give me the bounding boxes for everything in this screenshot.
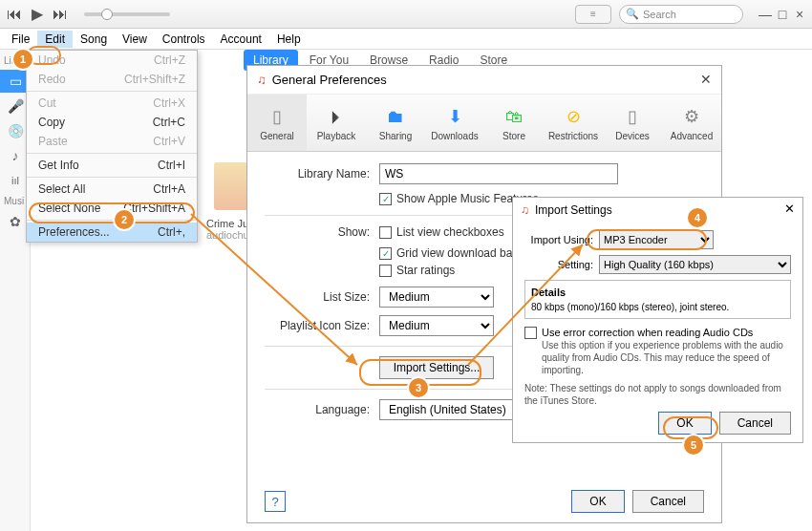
- details-box: Details 80 kbps (mono)/160 kbps (stereo)…: [524, 280, 791, 319]
- tab-playback[interactable]: ⏵Playback: [307, 95, 366, 151]
- menu-preferences[interactable]: Preferences...Ctrl+,: [27, 223, 197, 242]
- annotation-badge-5: 5: [684, 435, 703, 455]
- setting-label: Setting:: [524, 259, 593, 270]
- import-cancel-button[interactable]: Cancel: [719, 412, 791, 435]
- tab-store-pref[interactable]: 🛍Store: [484, 95, 544, 151]
- restrictions-icon: ⊘: [561, 104, 586, 129]
- close-button[interactable]: ×: [793, 7, 806, 22]
- music-app-icon: ♫: [257, 73, 267, 87]
- folder-share-icon: 🖿: [383, 104, 408, 129]
- prefs-title: General Preferences: [272, 73, 387, 87]
- menu-controls[interactable]: Controls: [155, 31, 213, 48]
- menu-file[interactable]: File: [4, 31, 37, 48]
- listview-label: List view checkboxes: [396, 225, 504, 239]
- prefs-ok-button[interactable]: OK: [571, 490, 624, 513]
- listview-checkbox[interactable]: [379, 226, 392, 239]
- menubar: File Edit Song View Controls Account Hel…: [0, 29, 812, 50]
- library-name-input[interactable]: [379, 163, 618, 184]
- playlist-icon-select[interactable]: Medium: [379, 315, 494, 336]
- download-icon: ⬇: [442, 104, 467, 129]
- prefs-tabs: ▯General ⏵Playback 🖿Sharing ⬇Downloads 🛍…: [247, 95, 721, 152]
- gridview-checkbox[interactable]: ✓: [379, 247, 392, 260]
- show-label: Show:: [265, 225, 370, 239]
- import-note: Note: These settings do not apply to son…: [524, 382, 791, 407]
- list-size-select[interactable]: Medium: [379, 287, 494, 308]
- maximize-button[interactable]: □: [776, 7, 789, 22]
- menu-selectall[interactable]: Select AllCtrl+A: [27, 180, 197, 199]
- tab-devices[interactable]: ▯Devices: [603, 95, 662, 151]
- tab-general[interactable]: ▯General: [247, 95, 307, 151]
- music-app-icon: ♫: [521, 203, 529, 217]
- playback-controls: ⏮ ▶ ⏭: [6, 6, 170, 23]
- prefs-cancel-button[interactable]: Cancel: [632, 490, 704, 513]
- volume-slider[interactable]: [84, 12, 170, 16]
- menu-redo[interactable]: RedoCtrl+Shift+Z: [27, 70, 197, 89]
- search-placeholder: Search: [643, 9, 676, 20]
- annotation-badge-4: 4: [688, 208, 707, 227]
- annotation-badge-1: 1: [13, 50, 32, 69]
- next-icon[interactable]: ⏭: [52, 6, 69, 23]
- library-name-label: Library Name:: [265, 167, 370, 181]
- error-correction-checkbox[interactable]: [524, 327, 537, 339]
- menu-copy[interactable]: CopyCtrl+C: [27, 113, 197, 132]
- annotation-badge-2: 2: [115, 210, 134, 229]
- prefs-close-button[interactable]: ✕: [700, 72, 712, 87]
- annotation-badge-3: 3: [409, 378, 428, 397]
- tab-restrictions[interactable]: ⊘Restrictions: [544, 95, 603, 151]
- import-using-label: Import Using:: [524, 234, 593, 245]
- help-button[interactable]: ?: [265, 491, 286, 512]
- phone-icon: ▯: [265, 104, 289, 129]
- error-correction-label: Use error correction when reading Audio …: [542, 327, 753, 338]
- error-hint: Use this option if you experience proble…: [542, 339, 791, 376]
- show-apple-checkbox[interactable]: ✓: [379, 193, 392, 205]
- menu-getinfo[interactable]: Get InfoCtrl+I: [27, 156, 197, 175]
- prev-icon[interactable]: ⏮: [6, 6, 23, 23]
- menu-view[interactable]: View: [115, 31, 155, 48]
- list-size-label: List Size:: [265, 290, 370, 304]
- menu-help[interactable]: Help: [269, 31, 309, 48]
- menu-song[interactable]: Song: [73, 31, 115, 48]
- star-checkbox[interactable]: [379, 265, 392, 277]
- menu-cut[interactable]: CutCtrl+X: [27, 94, 197, 113]
- import-close-button[interactable]: ✕: [784, 202, 795, 216]
- star-label: Star ratings: [396, 264, 455, 277]
- playlist-icon-label: Playlist Icon Size:: [265, 319, 370, 332]
- tab-advanced[interactable]: ⚙Advanced: [662, 95, 721, 151]
- view-toggle[interactable]: ≡: [575, 5, 611, 24]
- menu-edit[interactable]: Edit: [37, 31, 73, 48]
- titlebar: ⏮ ▶ ⏭ ≡ 🔍 Search — □ ×: [0, 0, 812, 29]
- details-label: Details: [531, 287, 784, 298]
- tab-sharing[interactable]: 🖿Sharing: [366, 95, 425, 151]
- menu-account[interactable]: Account: [213, 31, 269, 48]
- import-title: Import Settings: [535, 203, 612, 217]
- devices-icon: ▯: [620, 104, 645, 129]
- gear-icon: ⚙: [679, 104, 704, 129]
- minimize-button[interactable]: —: [759, 7, 772, 22]
- language-label: Language:: [265, 403, 370, 416]
- details-text: 80 kbps (mono)/160 kbps (stereo), joint …: [531, 302, 784, 312]
- play-circle-icon: ⏵: [324, 104, 349, 129]
- menu-paste[interactable]: PasteCtrl+V: [27, 132, 197, 151]
- setting-select[interactable]: High Quality (160 kbps): [599, 255, 791, 274]
- search-input[interactable]: 🔍 Search: [619, 5, 743, 24]
- tab-downloads[interactable]: ⬇Downloads: [425, 95, 484, 151]
- play-icon[interactable]: ▶: [29, 6, 46, 23]
- bag-icon: 🛍: [502, 104, 526, 129]
- search-icon: 🔍: [626, 8, 639, 20]
